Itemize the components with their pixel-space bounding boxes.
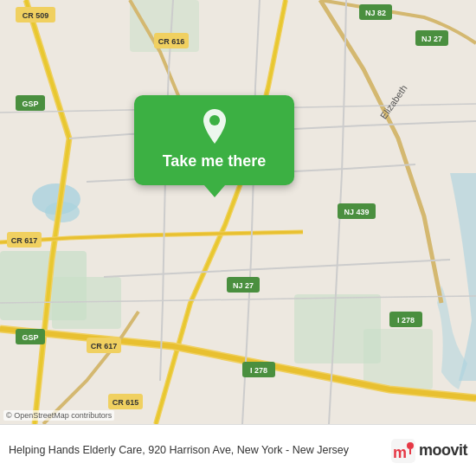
svg-text:GSP: GSP (22, 100, 38, 108)
svg-text:NJ 27: NJ 27 (233, 281, 254, 290)
svg-text:NJ 27: NJ 27 (421, 35, 442, 43)
osm-attribution-text: © OpenStreetMap contributors (6, 411, 112, 420)
take-me-there-button[interactable]: Take me there (134, 95, 294, 185)
svg-rect-4 (52, 277, 121, 329)
svg-text:CR 615: CR 615 (113, 398, 139, 407)
svg-text:I 278: I 278 (397, 316, 415, 325)
svg-rect-6 (363, 329, 433, 389)
moovit-logo: m moovit (391, 439, 467, 463)
location-description: Helping Hands Elderly Care, 920 Harrison… (9, 443, 391, 459)
svg-text:NJ 82: NJ 82 (365, 9, 386, 17)
bottom-bar: Helping Hands Elderly Care, 920 Harrison… (0, 424, 476, 476)
svg-text:NJ 439: NJ 439 (344, 208, 369, 216)
osm-credit: © OpenStreetMap contributors (3, 410, 114, 421)
moovit-icon: m (391, 439, 415, 463)
map-container: CR 509 NJ 82 NJ 27 CR 616 GSP CR 617 NJ … (0, 0, 476, 424)
svg-text:CR 617: CR 617 (11, 236, 38, 245)
svg-text:GSP: GSP (22, 333, 38, 342)
moovit-brand-label: moovit (419, 441, 467, 460)
svg-point-40 (407, 442, 414, 449)
svg-point-37 (209, 115, 220, 125)
svg-text:I 278: I 278 (250, 366, 267, 375)
map-svg: CR 509 NJ 82 NJ 27 CR 616 GSP CR 617 NJ … (0, 0, 476, 424)
svg-text:CR 509: CR 509 (23, 11, 49, 20)
svg-text:CR 616: CR 616 (158, 37, 185, 46)
callout-label: Take me there (163, 152, 267, 171)
svg-text:m: m (393, 444, 407, 461)
svg-text:CR 617: CR 617 (91, 342, 118, 351)
location-pin-icon (198, 107, 231, 145)
